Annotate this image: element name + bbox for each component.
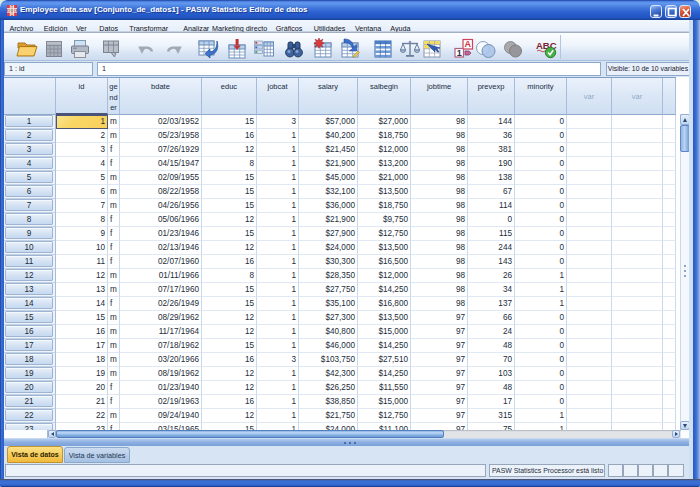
- svg-text:1: 1: [457, 48, 462, 58]
- svg-text:A: A: [464, 39, 471, 49]
